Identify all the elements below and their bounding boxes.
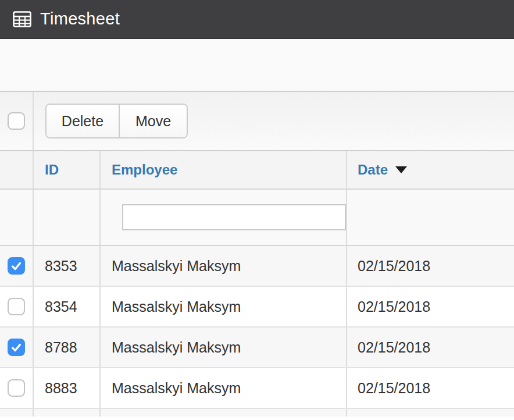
row-employee-cell (101, 409, 347, 417)
filter-employee-cell (101, 190, 347, 245)
row-id-cell: 8354 (34, 287, 101, 326)
partial-next-row (0, 409, 514, 417)
row-employee-cell: Massalskyi Maksym (101, 287, 347, 326)
row-date-cell: 02/15/2018 (347, 287, 514, 326)
row-date-cell: 02/15/2018 (347, 328, 514, 367)
row-employee-cell: Massalskyi Maksym (101, 368, 347, 408)
row-id-cell: 8883 (34, 368, 101, 408)
row-checkbox-cell (0, 368, 34, 408)
timesheet-app: Timesheet Delete Move ID Employee (0, 0, 514, 420)
column-header-date[interactable]: Date (347, 151, 514, 188)
employee-filter-input[interactable] (122, 204, 346, 230)
row-checkbox-cell (0, 328, 34, 367)
delete-button[interactable]: Delete (47, 105, 119, 137)
filter-row (0, 190, 514, 246)
row-checkbox-cell (0, 246, 34, 286)
check-icon (10, 259, 23, 272)
row-employee-cell: Massalskyi Maksym (101, 246, 347, 286)
table-row[interactable]: 8354 Massalskyi Maksym 02/15/2018 (0, 287, 514, 328)
bulk-actions-button-group: Delete Move (45, 104, 188, 138)
row-checkbox[interactable] (8, 298, 25, 315)
select-all-checkbox[interactable] (8, 112, 25, 130)
app-header: Timesheet (0, 0, 514, 39)
column-header-id[interactable]: ID (34, 151, 101, 188)
filter-date-cell (347, 190, 514, 245)
column-header-employee-label: Employee (112, 162, 177, 178)
row-id-cell: 8353 (34, 246, 101, 286)
row-id-cell: 8788 (34, 328, 101, 367)
toolbar-buttons-area: Delete Move (34, 92, 514, 150)
column-header-id-label: ID (45, 162, 59, 178)
caret-down-icon (395, 166, 407, 173)
filter-id-cell (34, 190, 101, 245)
row-employee-cell: Massalskyi Maksym (101, 328, 347, 367)
table-body: 8353 Massalskyi Maksym 02/15/2018 8354 M… (0, 246, 514, 417)
toolbar-row: Delete Move (0, 92, 514, 151)
empty-strip (0, 39, 514, 92)
table-row[interactable]: 8353 Massalskyi Maksym 02/15/2018 (0, 246, 514, 287)
row-checkbox[interactable] (8, 257, 25, 275)
row-checkbox-cell (0, 287, 34, 326)
select-all-cell (0, 92, 34, 150)
check-icon (10, 341, 23, 354)
column-header-date-label: Date (358, 162, 388, 178)
row-date-cell: 02/15/2018 (347, 246, 514, 286)
row-date-cell: 02/15/2018 (347, 368, 514, 408)
table-row[interactable]: 8788 Massalskyi Maksym 02/15/2018 (0, 328, 514, 368)
table-header-row: ID Employee Date (0, 151, 514, 190)
move-button[interactable]: Move (119, 105, 187, 137)
row-checkbox[interactable] (8, 339, 25, 356)
row-checkbox-cell (0, 409, 34, 417)
row-checkbox[interactable] (8, 379, 25, 397)
table-grid-icon (13, 11, 31, 27)
page-title: Timesheet (40, 9, 120, 29)
filter-checkbox-cell (0, 190, 34, 245)
row-date-cell (347, 409, 514, 417)
table-row[interactable]: 8883 Massalskyi Maksym 02/15/2018 (0, 368, 514, 409)
row-id-cell (34, 409, 101, 417)
column-header-employee[interactable]: Employee (101, 151, 347, 188)
header-checkbox-cell (0, 151, 34, 188)
